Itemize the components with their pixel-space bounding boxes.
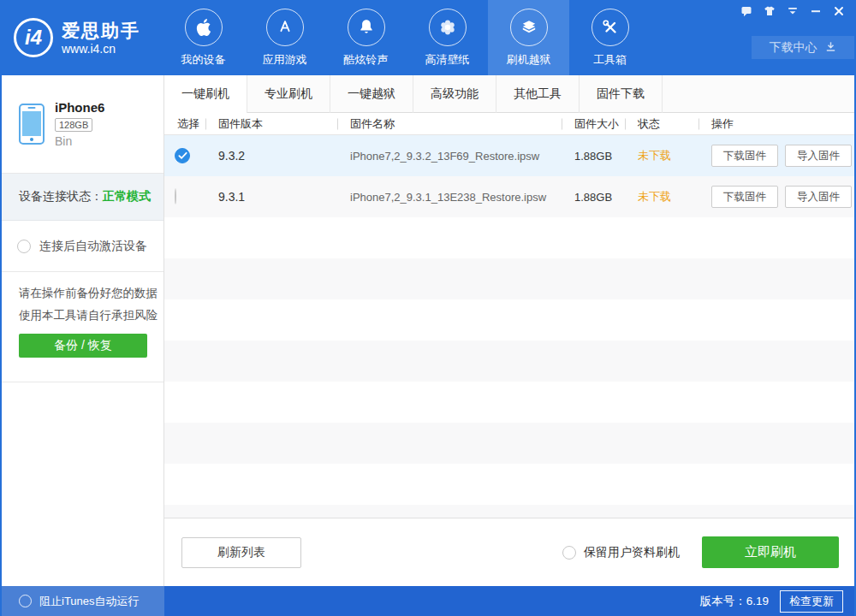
top-bar: i4 爱思助手 www.i4.cn 我的设备 应用游戏 [2,0,854,75]
firmware-size: 1.88GB [562,191,625,204]
firmware-status: 未下载 [625,148,698,163]
iphone-icon [19,104,45,145]
nav-item-flash-jailbreak[interactable]: 刷机越狱 [488,0,569,75]
brand-name: 爱思助手 [62,20,140,41]
nav-label: 刷机越狱 [507,52,551,68]
version-label: 版本号：6.19 [700,594,769,609]
nav-item-my-device[interactable]: 我的设备 [163,0,244,75]
nav-label: 高清壁纸 [425,52,470,68]
download-center-button[interactable]: 下载中心 [752,36,854,59]
download-icon [824,40,837,56]
toolbox-icon [591,9,629,46]
status-bar: 阻止iTunes自动运行 版本号：6.19 检查更新 [2,586,854,616]
warning-line-2: 使用本工具请自行承担风险 [19,305,163,327]
nav-item-apps-games[interactable]: 应用游戏 [244,0,325,75]
download-firmware-button[interactable]: 下载固件 [711,145,778,167]
keep-user-data-radio[interactable] [562,546,576,560]
column-header-firmware-name: 固件名称 [337,116,562,132]
firmware-filename: iPhone7,2_9.3.1_13E238_Restore.ipsw [337,191,562,204]
download-firmware-button[interactable]: 下载固件 [711,186,778,208]
device-capacity-badge: 128GB [55,118,92,132]
table-row[interactable]: 9.3.1 iPhone7,2_9.3.1_13E238_Restore.ips… [164,176,854,217]
close-icon[interactable] [830,4,847,18]
sidebar-empty-area [2,382,163,586]
main-nav: 我的设备 应用游戏 酷炫铃声 高清壁纸 [163,0,651,75]
tab-one-click-jailbreak[interactable]: 一键越狱 [330,75,413,113]
window-controls [738,4,847,18]
tab-advanced-features[interactable]: 高级功能 [413,75,496,113]
backup-restore-button[interactable]: 备份 / 恢复 [19,334,147,358]
column-header-firmware-version: 固件版本 [205,116,337,132]
flash-now-button[interactable]: 立即刷机 [702,536,839,568]
tab-pro-flash[interactable]: 专业刷机 [247,75,330,113]
firmware-version: 9.3.2 [205,149,337,163]
firmware-size: 1.88GB [562,150,625,163]
column-header-select: 选择 [164,116,205,132]
app-logo: i4 爱思助手 www.i4.cn [2,0,163,75]
app-body: iPhone6 128GB Bin 设备连接状态：正常模式 连接后自动激活设备 … [2,75,854,586]
jailbreak-box-icon [510,9,548,46]
flower-icon [429,9,467,46]
firmware-table-body: 9.3.2 iPhone7,2_9.3.2_13F69_Restore.ipsw… [164,135,854,518]
tab-firmware-download[interactable]: 固件下载 [580,75,663,113]
nav-item-ringtones[interactable]: 酷炫铃声 [325,0,407,75]
tab-bar: 一键刷机 专业刷机 一键越狱 高级功能 其他工具 固件下载 [164,75,854,113]
warning-line-1: 请在操作前备份好您的数据 [19,282,163,305]
column-header-operation: 操作 [698,116,854,132]
auto-activate-label: 连接后自动激活设备 [39,239,147,254]
appstore-icon [266,9,304,46]
column-header-status: 状态 [625,116,698,132]
block-itunes-option: 阻止iTunes自动运行 [2,586,164,616]
app-window: i4 爱思助手 www.i4.cn 我的设备 应用游戏 [0,0,856,616]
nav-label: 应用游戏 [263,52,307,68]
import-firmware-button[interactable]: 导入固件 [785,186,852,208]
main-content: 一键刷机 专业刷机 一键越狱 高级功能 其他工具 固件下载 选择 固件版本 固件… [164,75,854,586]
auto-activate-section: 连接后自动激活设备 [2,221,163,272]
auto-activate-radio[interactable] [17,240,31,253]
block-itunes-label: 阻止iTunes自动运行 [39,594,140,609]
device-info-section: iPhone6 128GB Bin [2,75,163,174]
nav-item-wallpapers[interactable]: 高清壁纸 [407,0,488,75]
table-row[interactable]: 9.3.2 iPhone7,2_9.3.2_13F69_Restore.ipsw… [164,135,854,176]
apple-icon [185,9,223,46]
device-nickname: Bin [55,134,104,148]
refresh-list-button[interactable]: 刷新列表 [181,537,301,568]
tab-one-click-flash[interactable]: 一键刷机 [164,75,247,113]
connection-status-label: 设备连接状态： [19,189,103,204]
download-center-label: 下载中心 [770,40,817,56]
i4-logo-icon: i4 [14,18,53,57]
theme-shirt-icon[interactable] [761,4,778,18]
tab-other-tools[interactable]: 其他工具 [496,75,580,113]
keep-user-data-label: 保留用户资料刷机 [584,545,680,560]
nav-item-toolbox[interactable]: 工具箱 [569,0,651,75]
menu-chevron-icon[interactable] [784,4,801,18]
bell-icon [348,9,385,46]
firmware-status: 未下载 [625,189,698,204]
connection-status-section: 设备连接状态：正常模式 [2,174,163,221]
check-update-button[interactable]: 检查更新 [780,590,843,613]
table-header: 选择 固件版本 固件名称 固件大小 状态 操作 [164,113,854,135]
sidebar: iPhone6 128GB Bin 设备连接状态：正常模式 连接后自动激活设备 … [2,75,164,586]
keep-user-data-option: 保留用户资料刷机 [562,545,680,560]
connection-status-value: 正常模式 [103,189,151,204]
message-icon[interactable] [738,4,755,18]
nav-label: 我的设备 [181,52,226,68]
firmware-radio[interactable] [175,188,176,204]
firmware-filename: iPhone7,2_9.3.2_13F69_Restore.ipsw [337,150,562,163]
backup-warning-section: 请在操作前备份好您的数据 使用本工具请自行承担风险 备份 / 恢复 [2,272,163,382]
import-firmware-button[interactable]: 导入固件 [785,145,852,167]
action-bar: 刷新列表 保留用户资料刷机 立即刷机 [164,518,854,586]
minimize-icon[interactable] [807,4,824,18]
firmware-version: 9.3.1 [205,190,337,204]
column-header-firmware-size: 固件大小 [562,116,625,132]
device-name: iPhone6 [55,100,104,115]
nav-label: 酷炫铃声 [344,52,389,68]
firmware-radio-checked[interactable] [175,148,190,163]
block-itunes-radio[interactable] [19,595,32,607]
brand-site: www.i4.cn [62,42,140,56]
nav-label: 工具箱 [593,52,627,68]
